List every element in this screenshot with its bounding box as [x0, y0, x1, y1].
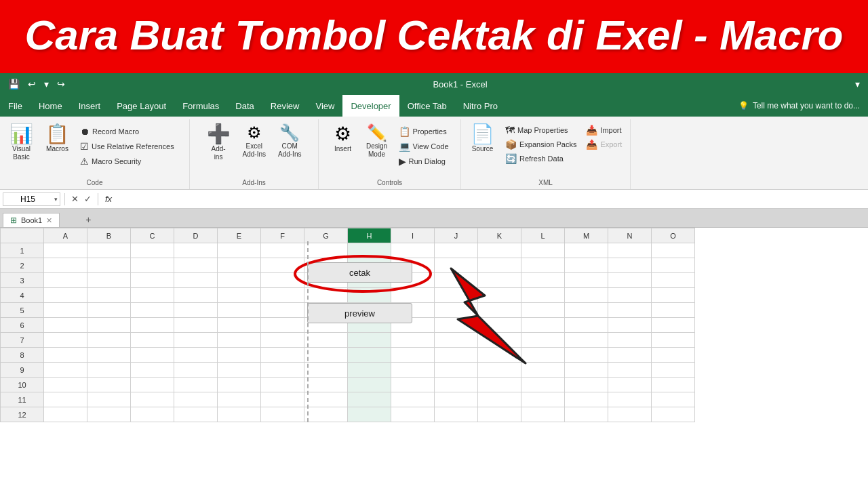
- cell-L4[interactable]: [521, 288, 565, 303]
- cell-E6[interactable]: [218, 318, 261, 333]
- cell-I12[interactable]: [391, 407, 435, 422]
- cell-J9[interactable]: [435, 363, 478, 378]
- cell-A8[interactable]: [44, 348, 87, 363]
- cell-N8[interactable]: [608, 348, 652, 363]
- cell-A3[interactable]: [44, 273, 87, 288]
- cell-K4[interactable]: [478, 288, 521, 303]
- cell-C5[interactable]: [131, 303, 174, 318]
- cell-F4[interactable]: [261, 288, 304, 303]
- cell-M1[interactable]: [565, 243, 608, 258]
- cell-K11[interactable]: [478, 392, 521, 407]
- formula-input[interactable]: [117, 194, 865, 204]
- col-C[interactable]: C: [131, 228, 174, 243]
- cell-L2[interactable]: [521, 258, 565, 273]
- cell-G9[interactable]: [304, 363, 348, 378]
- cell-I9[interactable]: [391, 363, 435, 378]
- cell-N2[interactable]: [608, 258, 652, 273]
- cell-M9[interactable]: [565, 363, 608, 378]
- cell-I1[interactable]: [391, 243, 435, 258]
- cell-O7[interactable]: [652, 333, 695, 348]
- cell-C7[interactable]: [131, 333, 174, 348]
- tell-me-box[interactable]: 💡 Tell me what you want to do...: [730, 95, 868, 117]
- cell-A1[interactable]: [44, 243, 87, 258]
- cell-E2[interactable]: [218, 258, 261, 273]
- cell-B8[interactable]: [87, 348, 131, 363]
- cell-E12[interactable]: [218, 407, 261, 422]
- cell-N6[interactable]: [608, 318, 652, 333]
- cell-G6[interactable]: [304, 318, 348, 333]
- cell-K5[interactable]: [478, 303, 521, 318]
- cell-D12[interactable]: [174, 407, 218, 422]
- cell-M10[interactable]: [565, 378, 608, 392]
- col-K[interactable]: K: [478, 228, 521, 243]
- cell-I5[interactable]: [391, 303, 435, 318]
- cell-N4[interactable]: [608, 288, 652, 303]
- cell-H5[interactable]: [348, 303, 391, 318]
- cell-J8[interactable]: [435, 348, 478, 363]
- cell-H3[interactable]: [348, 273, 391, 288]
- cell-C9[interactable]: [131, 363, 174, 378]
- cell-O1[interactable]: [652, 243, 695, 258]
- cell-G12[interactable]: [304, 407, 348, 422]
- cell-E11[interactable]: [218, 392, 261, 407]
- cell-J3[interactable]: [435, 273, 478, 288]
- col-B[interactable]: B: [87, 228, 131, 243]
- cell-I8[interactable]: [391, 348, 435, 363]
- insert-controls-button[interactable]: ⚙ Insert: [328, 122, 358, 156]
- col-E[interactable]: E: [218, 228, 261, 243]
- cell-C12[interactable]: [131, 407, 174, 422]
- cell-M11[interactable]: [565, 392, 608, 407]
- cell-A12[interactable]: [44, 407, 87, 422]
- cell-K9[interactable]: [478, 363, 521, 378]
- cell-J1[interactable]: [435, 243, 478, 258]
- cell-C1[interactable]: [131, 243, 174, 258]
- cell-N10[interactable]: [608, 378, 652, 392]
- cell-H10[interactable]: [348, 378, 391, 392]
- menu-page-layout[interactable]: Page Layout: [108, 95, 174, 117]
- visual-basic-button[interactable]: 📊 VisualBasic: [5, 122, 37, 164]
- cell-J5[interactable]: [435, 303, 478, 318]
- col-N[interactable]: N: [608, 228, 652, 243]
- redo-button[interactable]: ↪: [54, 77, 68, 91]
- cell-L11[interactable]: [521, 392, 565, 407]
- cell-D7[interactable]: [174, 333, 218, 348]
- cell-G10[interactable]: [304, 378, 348, 392]
- cell-B12[interactable]: [87, 407, 131, 422]
- cell-B9[interactable]: [87, 363, 131, 378]
- use-relative-references-button[interactable]: ☑ Use Relative References: [77, 140, 177, 153]
- cell-M12[interactable]: [565, 407, 608, 422]
- cell-L8[interactable]: [521, 348, 565, 363]
- import-button[interactable]: 📥 Import: [583, 123, 625, 137]
- cell-A9[interactable]: [44, 363, 87, 378]
- cell-J10[interactable]: [435, 378, 478, 392]
- cell-L10[interactable]: [521, 378, 565, 392]
- cell-K1[interactable]: [478, 243, 521, 258]
- cell-A2[interactable]: [44, 258, 87, 273]
- cell-F8[interactable]: [261, 348, 304, 363]
- cell-M7[interactable]: [565, 333, 608, 348]
- menu-data[interactable]: Data: [227, 95, 262, 117]
- cell-C8[interactable]: [131, 348, 174, 363]
- cell-M4[interactable]: [565, 288, 608, 303]
- cell-N5[interactable]: [608, 303, 652, 318]
- cell-F11[interactable]: [261, 392, 304, 407]
- cell-L6[interactable]: [521, 318, 565, 333]
- menu-office-tab[interactable]: Office Tab: [399, 95, 455, 117]
- cell-J2[interactable]: [435, 258, 478, 273]
- col-O[interactable]: O: [652, 228, 695, 243]
- cell-E10[interactable]: [218, 378, 261, 392]
- macro-security-button[interactable]: ⚠ Macro Security: [77, 155, 177, 168]
- cell-I6[interactable]: [391, 318, 435, 333]
- col-M[interactable]: M: [565, 228, 608, 243]
- cell-K2[interactable]: [478, 258, 521, 273]
- col-H[interactable]: H: [348, 228, 391, 243]
- cell-H7[interactable]: [348, 333, 391, 348]
- cell-F2[interactable]: [261, 258, 304, 273]
- menu-home[interactable]: Home: [31, 95, 71, 117]
- cell-B7[interactable]: [87, 333, 131, 348]
- undo-button[interactable]: ↩: [25, 77, 39, 91]
- cell-I2[interactable]: [391, 258, 435, 273]
- cell-B3[interactable]: [87, 273, 131, 288]
- cell-F6[interactable]: [261, 318, 304, 333]
- cell-E5[interactable]: [218, 303, 261, 318]
